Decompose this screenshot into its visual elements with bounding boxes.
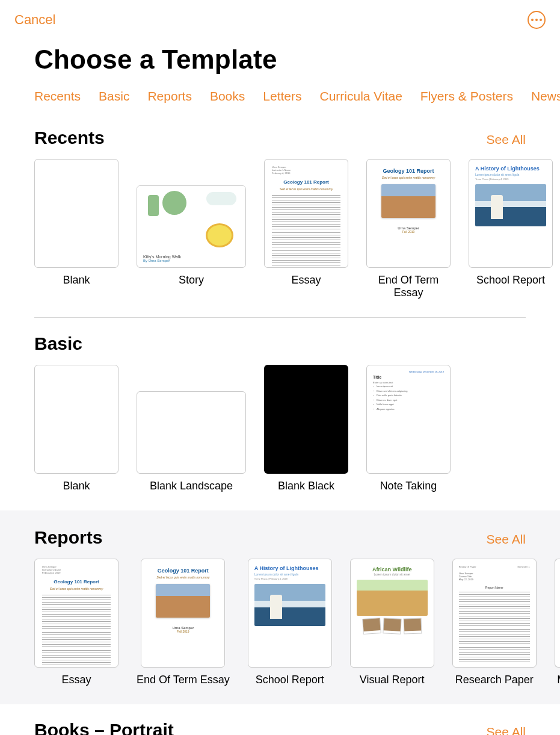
thumb-date: February 4, 2019 (42, 571, 111, 574)
thumb-title: Geology 101 Report (272, 179, 340, 186)
thumb-meta: Trenz Pruca | February 4, 2019 (254, 577, 325, 580)
thumb-meta: Trenz Pruca | February 4, 2019 (475, 178, 546, 181)
thumb-heading: Report Name (459, 586, 530, 589)
template-label: Blank Black (278, 480, 334, 492)
thumb-note-taking: Wednesday, December 19, 2019 Title Enter… (366, 365, 451, 474)
thumb-date: February 4, 2019 (272, 172, 340, 175)
more-dot-icon (535, 19, 538, 21)
section-title-basic: Basic (34, 333, 82, 354)
template-label: Blank (63, 274, 90, 287)
thumb-sub: Sed et lacus quis enim mattis nonummy (149, 575, 217, 579)
template-end-of-term-essay[interactable]: Geology 101 Report Sed et lacus quis eni… (366, 159, 451, 299)
thumb-semester: Semester 1 (517, 565, 529, 568)
thumb-sub: Lorem ipsum dolor sit amet (357, 572, 428, 576)
template-label: Note Taking (380, 480, 437, 492)
template-story[interactable]: Kitty's Morning Walk By Urna Semper Stor… (137, 159, 246, 299)
thumb-research-paper: Research Paper Semester 1 Urna Semper Co… (452, 559, 537, 668)
tab-basic[interactable]: Basic (99, 89, 129, 104)
category-tabs: Recents Basic Reports Books Letters Curr… (0, 75, 560, 112)
thumb-end-of-term: Geology 101 Report Sed et lacus quis eni… (366, 159, 451, 268)
thumb-school-report: A History of Lighthouses Lorem ipsum dol… (248, 559, 332, 668)
thumb-school-report: A History of Lighthouses Lorem ipsum dol… (469, 159, 553, 268)
thumb-title: A History of Lighthouses (475, 166, 546, 172)
thumb-date: May 22, 2019 (459, 578, 530, 581)
template-label: M (557, 674, 560, 686)
template-label: Visual Report (360, 674, 425, 686)
section-title-books: Books – Portrait (34, 720, 174, 735)
thumb-title: Geology 101 Report (42, 578, 111, 586)
tab-reports[interactable]: Reports (147, 89, 192, 104)
template-school-report-reports[interactable]: A History of Lighthouses Lorem ipsum dol… (248, 559, 332, 686)
thumb-story: Kitty's Morning Walk By Urna Semper (137, 185, 246, 268)
recents-grid: Blank Kitty's Morning Walk By Urna Sempe… (34, 159, 526, 318)
basic-grid: Blank Blank Landscape Blank Black Wednes… (34, 365, 526, 510)
thumb-year: Fall 2019 (149, 630, 217, 633)
tab-books[interactable]: Books (210, 89, 245, 104)
cancel-button[interactable]: Cancel (14, 12, 55, 28)
more-dot-icon (531, 19, 534, 21)
reports-grid: Urna Semper Instructor's Name February 4… (34, 559, 560, 704)
thumb-title: Geology 101 Report (149, 568, 217, 574)
thumb-sub: Sed et lacus quis enim mattis nonummy (42, 587, 111, 592)
thumb-sub: Sed et lacus quis enim mattis nonummy (374, 176, 443, 179)
thumb-blank (34, 159, 118, 268)
template-essay[interactable]: Urna Semper Instructor's Name February 4… (264, 159, 348, 299)
thumb-date: Wednesday, December 19, 2019 (373, 370, 444, 373)
section-title-reports: Reports (34, 527, 102, 548)
thumb-blank (34, 365, 118, 474)
template-essay-report[interactable]: Urna Semper Instructor's Name February 4… (34, 559, 118, 686)
template-label: End Of Term Essay (137, 674, 230, 686)
template-label: Essay (291, 274, 321, 287)
template-partial[interactable]: M (555, 559, 560, 686)
section-title-recents: Recents (34, 128, 105, 148)
thumb-sub: Lorem ipsum dolor sit amet ligula (475, 173, 546, 176)
thumb-end-of-term: Geology 101 Report Sed et lacus quis eni… (141, 559, 225, 668)
tab-recents[interactable]: Recents (34, 89, 81, 104)
template-blank[interactable]: Blank (34, 159, 118, 299)
story-title-text: Kitty's Morning Walk (143, 255, 239, 259)
template-label: Essay (61, 674, 91, 686)
template-visual-report[interactable]: African Wildlife Lorem ipsum dolor sit a… (350, 559, 434, 686)
thumb-blank-black (264, 365, 348, 474)
template-blank-landscape[interactable]: Blank Landscape (137, 365, 246, 492)
tab-newsletters[interactable]: Newsletters (531, 89, 560, 104)
template-label: School Report (476, 274, 545, 287)
thumb-blank-landscape (137, 391, 246, 474)
more-options-button[interactable] (528, 11, 546, 29)
thumb-year: Fall 2019 (374, 230, 443, 234)
thumb-sub: Sed et lacus quis enim mattis nonummy (272, 187, 340, 192)
template-label: School Report (256, 674, 324, 686)
thumb-title: Geology 101 Report (374, 168, 443, 174)
see-all-books[interactable]: See All (487, 725, 526, 735)
thumb-title: Research Paper (459, 565, 476, 568)
tab-curricula-vitae[interactable]: Curricula Vitae (320, 89, 402, 104)
thumb-essay: Urna Semper Instructor's Name February 4… (264, 159, 348, 268)
thumb-title: A History of Lighthouses (254, 565, 325, 571)
thumb-title: African Wildlife (357, 566, 428, 572)
template-research-paper[interactable]: Research Paper Semester 1 Urna Semper Co… (452, 559, 537, 686)
see-all-reports[interactable]: See All (487, 532, 526, 547)
template-label: Blank Landscape (150, 480, 233, 492)
thumb-visual-report: African Wildlife Lorem ipsum dolor sit a… (350, 559, 434, 668)
template-blank-black[interactable]: Blank Black (264, 365, 348, 492)
template-blank-basic[interactable]: Blank (34, 365, 118, 492)
template-label: Research Paper (455, 674, 534, 686)
thumb-partial (555, 559, 560, 668)
tab-letters[interactable]: Letters (263, 89, 301, 104)
template-end-of-term-report[interactable]: Geology 101 Report Sed et lacus quis eni… (137, 559, 230, 686)
page-title: Choose a Template (0, 29, 560, 75)
thumb-title: Title (373, 375, 444, 379)
template-label: Blank (63, 480, 90, 492)
template-school-report[interactable]: A History of Lighthouses Lorem ipsum dol… (469, 159, 553, 299)
template-note-taking[interactable]: Wednesday, December 19, 2019 Title Enter… (366, 365, 451, 492)
thumb-sub: Lorem ipsum dolor sit amet ligula (254, 572, 325, 576)
template-label: Story (179, 274, 204, 287)
template-label: End Of Term Essay (366, 274, 451, 299)
more-dot-icon (540, 19, 542, 21)
see-all-recents[interactable]: See All (487, 132, 526, 147)
thumb-essay: Urna Semper Instructor's Name February 4… (34, 559, 118, 668)
tab-flyers-posters[interactable]: Flyers & Posters (420, 89, 513, 104)
story-author-text: By Urna Semper (143, 259, 239, 262)
